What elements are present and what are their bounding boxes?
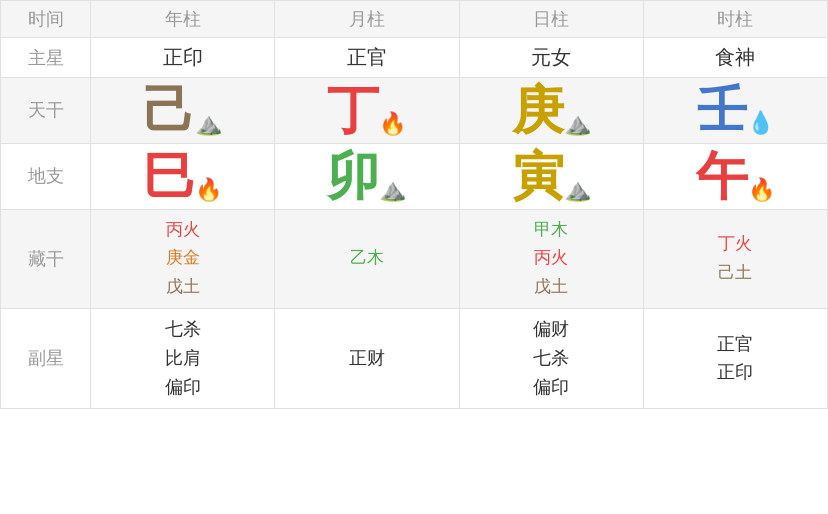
dizhi-label: 地支 bbox=[1, 143, 91, 209]
dizhi-col2-emoji: ⛰️ bbox=[379, 177, 406, 202]
zhuxing-col1: 正印 bbox=[91, 38, 275, 78]
zhuxing-label: 主星 bbox=[1, 38, 91, 78]
tiangan-col3: 庚⛰️ bbox=[459, 78, 643, 144]
fuxing-col4-item1: 正印 bbox=[648, 358, 823, 387]
canggan-col4: 丁火 己土 bbox=[643, 209, 827, 309]
canggan-col2-item0: 乙木 bbox=[279, 244, 454, 273]
header-col0: 时间 bbox=[1, 1, 91, 38]
zhuxing-col4: 食神 bbox=[643, 38, 827, 78]
canggan-col4-item0: 丁火 bbox=[648, 230, 823, 259]
dizhi-col1-char: 巳 bbox=[143, 150, 195, 202]
tiangan-label: 天干 bbox=[1, 78, 91, 144]
dizhi-col1-emoji: 🔥 bbox=[195, 177, 222, 202]
fuxing-col1-item2: 偏印 bbox=[95, 373, 270, 402]
canggan-col3-item1: 丙火 bbox=[464, 244, 639, 273]
fuxing-col4-item0: 正官 bbox=[648, 330, 823, 359]
tiangan-col4: 壬💧 bbox=[643, 78, 827, 144]
tiangan-col1-emoji: ⛰️ bbox=[195, 111, 222, 136]
dizhi-col4-char: 午 bbox=[696, 150, 748, 202]
canggan-col1-item1: 庚金 bbox=[95, 244, 270, 273]
canggan-label: 藏干 bbox=[1, 209, 91, 309]
fuxing-col3-item1: 七杀 bbox=[464, 344, 639, 373]
zhuxing-col2: 正官 bbox=[275, 38, 459, 78]
canggan-col3-item0: 甲木 bbox=[464, 216, 639, 245]
tiangan-col1-char: 己 bbox=[143, 84, 195, 136]
fuxing-label: 副星 bbox=[1, 309, 91, 408]
fuxing-col2: 正财 bbox=[275, 309, 459, 408]
header-col3: 日柱 bbox=[459, 1, 643, 38]
dizhi-col3-emoji: ⛰️ bbox=[564, 177, 591, 202]
fuxing-col1: 七杀 比肩 偏印 bbox=[91, 309, 275, 408]
dizhi-col2: 卯⛰️ bbox=[275, 143, 459, 209]
tiangan-col2-char: 丁 bbox=[327, 84, 379, 136]
dizhi-row: 地支 巳🔥 卯⛰️ 寅⛰️ 午🔥 bbox=[1, 143, 828, 209]
tiangan-col4-char: 壬 bbox=[697, 85, 747, 135]
dizhi-col4-emoji: 🔥 bbox=[748, 177, 775, 202]
canggan-col3-item2: 戊土 bbox=[464, 273, 639, 302]
canggan-row: 藏干 丙火 庚金 戊土 乙木 甲木 丙火 戊土 丁火 己土 bbox=[1, 209, 828, 309]
dizhi-col4: 午🔥 bbox=[643, 143, 827, 209]
dizhi-col2-char: 卯 bbox=[327, 150, 379, 202]
tiangan-col1: 己⛰️ bbox=[91, 78, 275, 144]
header-col2: 月柱 bbox=[275, 1, 459, 38]
header-row: 时间 年柱 月柱 日柱 时柱 bbox=[1, 1, 828, 38]
fuxing-row: 副星 七杀 比肩 偏印 正财 偏财 七杀 偏印 正官 正印 bbox=[1, 309, 828, 408]
header-col1: 年柱 bbox=[91, 1, 275, 38]
tiangan-col2: 丁🔥 bbox=[275, 78, 459, 144]
canggan-col4-item1: 己土 bbox=[648, 259, 823, 288]
fuxing-col3: 偏财 七杀 偏印 bbox=[459, 309, 643, 408]
tiangan-col2-emoji: 🔥 bbox=[379, 111, 406, 136]
fuxing-col1-item0: 七杀 bbox=[95, 315, 270, 344]
zhuxing-col3: 元女 bbox=[459, 38, 643, 78]
tiangan-col3-char: 庚 bbox=[512, 84, 564, 136]
fuxing-col3-item2: 偏印 bbox=[464, 373, 639, 402]
dizhi-col3-char: 寅 bbox=[512, 150, 564, 202]
header-col4: 时柱 bbox=[643, 1, 827, 38]
fuxing-col4: 正官 正印 bbox=[643, 309, 827, 408]
fuxing-col1-item1: 比肩 bbox=[95, 344, 270, 373]
dizhi-col3: 寅⛰️ bbox=[459, 143, 643, 209]
canggan-col3: 甲木 丙火 戊土 bbox=[459, 209, 643, 309]
canggan-col1-item0: 丙火 bbox=[95, 216, 270, 245]
tiangan-row: 天干 己⛰️ 丁🔥 庚⛰️ 壬💧 bbox=[1, 78, 828, 144]
zhuxing-row: 主星 正印 正官 元女 食神 bbox=[1, 38, 828, 78]
fuxing-col2-item0: 正财 bbox=[279, 344, 454, 373]
canggan-col1-item2: 戊土 bbox=[95, 273, 270, 302]
canggan-col2: 乙木 bbox=[275, 209, 459, 309]
fuxing-col3-item0: 偏财 bbox=[464, 315, 639, 344]
tiangan-col3-emoji: ⛰️ bbox=[564, 111, 591, 136]
tiangan-col4-emoji: 💧 bbox=[747, 110, 774, 135]
canggan-col1: 丙火 庚金 戊土 bbox=[91, 209, 275, 309]
dizhi-col1: 巳🔥 bbox=[91, 143, 275, 209]
